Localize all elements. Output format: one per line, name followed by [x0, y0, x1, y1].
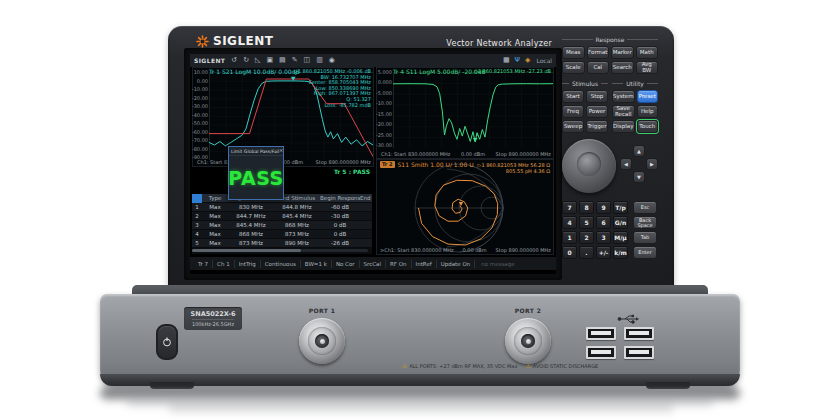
smith-marker-readout: ▷1 860.821053 MHz 56.28 Ω805.55 pH 4.36 …	[478, 162, 550, 174]
screenshot-icon[interactable]: ▣	[266, 57, 273, 64]
port2-label: PORT 2	[498, 307, 558, 314]
freq-key[interactable]: Freq	[562, 105, 584, 118]
smith-chart-header: Tr 2 S11 Smith 1.00 U/ 1.00 U	[380, 161, 474, 168]
back-space-key[interactable]: Back Space	[633, 216, 657, 229]
m[interactable]: M/µ	[613, 231, 628, 244]
7[interactable]: 7	[562, 201, 577, 214]
status-item[interactable]: Ch 1	[213, 260, 235, 268]
1[interactable]: 1	[562, 231, 577, 244]
screen-toolbar: SIGLENT ↺↻◺▣▤✎◫▥◉ ▦Ψ◈ Local	[190, 54, 556, 67]
arrow-left-key[interactable]: ◀	[620, 158, 632, 170]
g-n[interactable]: G/n	[613, 216, 628, 229]
touchscreen[interactable]: SIGLENT ↺↻◺▣▤✎◫▥◉ ▦Ψ◈ Local Tr 1 S21 Log…	[190, 54, 556, 274]
limit-pass-dialog[interactable]: Limit Global Pass/Fail × PASS	[228, 146, 284, 200]
preset-key[interactable]: Preset	[637, 90, 658, 103]
touch-key[interactable]: Touch	[637, 120, 658, 133]
limit-table-scrollbar[interactable]	[192, 249, 368, 252]
usb-icon[interactable]: Ψ	[515, 57, 521, 64]
meas-key[interactable]: Meas	[562, 46, 585, 59]
status-item[interactable]: RF On	[386, 260, 412, 268]
window-icon[interactable]: ▤	[279, 57, 286, 64]
smith-plot-area[interactable]	[377, 160, 555, 256]
s11-chart-panel[interactable]: Tr 4 S11 LogM 5.00dB/ -20.0dB 5.0000.000…	[376, 67, 554, 159]
enter-key[interactable]: Enter	[633, 246, 657, 259]
smith-trace-badge[interactable]: Tr 2	[380, 161, 395, 168]
6[interactable]: 6	[596, 216, 611, 229]
table-row[interactable]: 1Max830 MHz844.8 MHz-60 dB	[192, 203, 372, 212]
status-item[interactable]: No Cor	[332, 260, 360, 268]
dot-key[interactable]: +/-	[596, 246, 611, 259]
save-icon[interactable]: ◫	[304, 57, 311, 64]
redo-icon[interactable]: ↻	[243, 57, 249, 64]
3[interactable]: 3	[596, 231, 611, 244]
local-mode-label[interactable]: Local	[536, 57, 552, 64]
avg-bw-key[interactable]: Avg BW	[636, 61, 659, 74]
status-item[interactable]: Update On	[437, 260, 475, 268]
table-row[interactable]: 2Max844.7 MHz845.4 MHz-30 dB	[192, 212, 372, 221]
table-header-cell: Type	[202, 195, 228, 201]
close-icon[interactable]: ×	[279, 148, 283, 154]
tab-key[interactable]: Tab	[633, 231, 657, 244]
trigger-key[interactable]: Trigger	[586, 120, 608, 133]
table-row[interactable]: 3Max845.4 MHz868 MHz0 dB	[192, 221, 372, 230]
2[interactable]: 2	[579, 231, 594, 244]
limit-table[interactable]: TypeBegin StimulusEnd StimulusBegin Resp…	[192, 194, 372, 254]
table-cell: 2	[192, 213, 202, 219]
dot-key[interactable]: .	[579, 246, 594, 259]
table-row[interactable]: 5Max873 MHz890 MHz-26 dB	[192, 239, 372, 248]
cal-kit-icon[interactable]: ◺	[255, 57, 260, 64]
table-cell: Max	[202, 231, 228, 237]
8[interactable]: 8	[579, 201, 594, 214]
marker-symbol[interactable]	[473, 138, 478, 142]
status-item[interactable]: BW=1 k	[301, 260, 332, 268]
0[interactable]: 0	[562, 246, 577, 259]
model-plate: SNA5022X-6 100kHz-26.5GHz	[184, 307, 242, 330]
s11-plot-area[interactable]: 1	[393, 72, 553, 148]
warning-text-esd: AVOID STATIC DISCHARGE	[533, 363, 598, 369]
scrollbar-thumb[interactable]	[192, 249, 301, 252]
sweep-key[interactable]: Sweep	[562, 120, 584, 133]
lock-icon[interactable]: ◈	[525, 57, 530, 64]
t-p[interactable]: T/p	[613, 201, 628, 214]
status-item[interactable]: Continuous	[261, 260, 301, 268]
system-key[interactable]: System	[612, 90, 635, 103]
4[interactable]: 4	[562, 216, 577, 229]
k-m[interactable]: k/m	[613, 246, 628, 259]
stimulus-keys: StartStopFreqPowerSweepTrigger	[562, 90, 608, 133]
save-recall-key[interactable]: Save Recall	[612, 105, 635, 118]
power-button[interactable]	[156, 324, 178, 360]
cal-key[interactable]: Cal	[587, 61, 610, 74]
s21-chart-title: Tr 1 S21 LogM 10.0dB/ 0.00dB	[209, 68, 300, 75]
scale-key[interactable]: Scale	[562, 61, 585, 74]
arrow-down-key[interactable]: ▼	[633, 171, 645, 183]
undo-icon[interactable]: ↺	[231, 57, 237, 64]
status-item[interactable]: IntTrig	[235, 260, 261, 268]
9[interactable]: 9	[596, 201, 611, 214]
display-key[interactable]: Display	[612, 120, 635, 133]
trace-list-icon[interactable]: ▦	[503, 57, 510, 64]
status-item[interactable]: Tr 7	[194, 260, 213, 268]
arrow-right-key[interactable]: ▶	[646, 158, 658, 170]
status-item[interactable]: SrcCal	[360, 260, 386, 268]
usb-port-cluster	[586, 327, 654, 359]
usb-port	[586, 327, 616, 340]
search-key[interactable]: Search	[611, 61, 634, 74]
status-item[interactable]: IntRef	[412, 260, 437, 268]
camera-icon[interactable]: ◉	[329, 57, 335, 64]
start-key[interactable]: Start	[562, 90, 584, 103]
power-key[interactable]: Power	[586, 105, 608, 118]
front-keypad: Response MeasFormatMarkerMathScaleCalSea…	[562, 34, 658, 290]
stop-key[interactable]: Stop	[586, 90, 608, 103]
touch-pen-icon[interactable]: ✎	[292, 57, 298, 64]
format-key[interactable]: Format	[587, 46, 610, 59]
table-row[interactable]: 4Max868 MHz873 MHz0 dB	[192, 230, 372, 239]
marker-key[interactable]: Marker	[611, 46, 634, 59]
help-key[interactable]: Help	[637, 105, 658, 118]
print-icon[interactable]: ▥	[316, 57, 323, 64]
arrow-up-key[interactable]: ▲	[633, 145, 645, 157]
smith-chart-panel[interactable]: Tr 2 S11 Smith 1.00 U/ 1.00 U ▷1 860.821…	[376, 159, 554, 255]
esc-key[interactable]: Esc	[633, 201, 657, 214]
math-key[interactable]: Math	[636, 46, 659, 59]
rotary-knob[interactable]	[562, 139, 616, 193]
5[interactable]: 5	[579, 216, 594, 229]
